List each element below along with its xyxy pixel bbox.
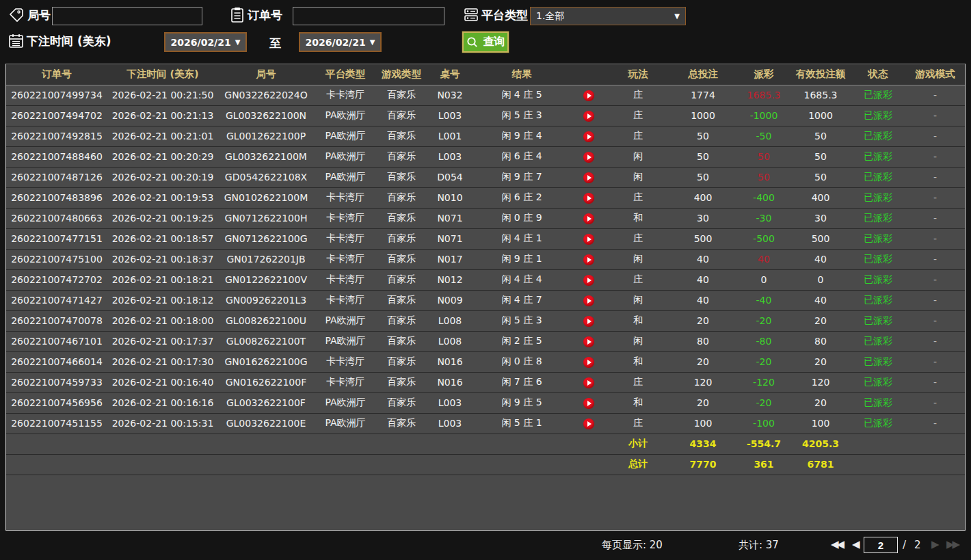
platform-cell: 卡卡湾厅 bbox=[314, 269, 377, 290]
result-cell: 闲 4 庄 7 bbox=[474, 290, 570, 310]
game-mode-cell: - bbox=[905, 269, 965, 290]
replay-button[interactable] bbox=[583, 213, 594, 224]
bet-time-cell: 2026-02-21 00:18:21 bbox=[107, 269, 218, 290]
grand-total-label: 总计 bbox=[607, 454, 669, 475]
table-row: 2602210074806632026-02-21 00:19:25GN0712… bbox=[6, 208, 965, 228]
bet-type-cell: 庄 bbox=[607, 85, 669, 105]
column-header: 平台类型 bbox=[314, 64, 377, 85]
date-from-select[interactable]: 2026/02/21 ▼ bbox=[164, 32, 247, 52]
bet-type-cell: 闲 bbox=[607, 167, 669, 187]
page-number-input[interactable] bbox=[864, 537, 898, 553]
replay-cell bbox=[570, 331, 607, 351]
total-bet-cell: 500 bbox=[669, 228, 737, 249]
payout-cell: -500 bbox=[737, 228, 790, 249]
grand-total-row: 总计 7770 361 6781 bbox=[6, 454, 965, 475]
page-separator: / bbox=[903, 539, 906, 551]
query-button[interactable]: 查询 bbox=[462, 31, 509, 53]
replay-button[interactable] bbox=[583, 398, 594, 409]
replay-button[interactable] bbox=[583, 377, 594, 388]
result-cell: 闲 0 庄 9 bbox=[474, 208, 570, 228]
order-no-cell: 260221007483896 bbox=[6, 187, 107, 208]
result-cell: 闲 9 庄 5 bbox=[474, 392, 570, 413]
table-no-cell: N032 bbox=[426, 85, 474, 105]
bet-time-cell: 2026-02-21 00:20:19 bbox=[107, 167, 218, 187]
replay-button[interactable] bbox=[583, 111, 594, 122]
status-cell: 已派彩 bbox=[851, 269, 905, 290]
order-no-cell: 260221007466014 bbox=[6, 351, 107, 372]
replay-button[interactable] bbox=[583, 275, 594, 286]
platform-cell: PA欧洲厅 bbox=[314, 392, 377, 413]
replay-button[interactable] bbox=[583, 193, 594, 204]
replay-button[interactable] bbox=[583, 90, 594, 101]
replay-button[interactable] bbox=[583, 131, 594, 142]
replay-button[interactable] bbox=[583, 172, 594, 183]
status-cell: 已派彩 bbox=[851, 228, 905, 249]
table-no-cell: L003 bbox=[426, 146, 474, 167]
status-cell: 已派彩 bbox=[851, 351, 905, 372]
first-page-button[interactable]: ◀◀ bbox=[831, 538, 842, 550]
total-bet-cell: 1774 bbox=[669, 85, 737, 105]
game-type-cell: 百家乐 bbox=[377, 146, 426, 167]
replay-button[interactable] bbox=[583, 316, 594, 327]
game-type-cell: 百家乐 bbox=[377, 126, 426, 146]
table-no-cell: N071 bbox=[426, 228, 474, 249]
platform-select[interactable]: 1.全部 ▼ bbox=[530, 7, 686, 25]
status-cell: 已派彩 bbox=[851, 372, 905, 392]
replay-cell bbox=[570, 290, 607, 310]
platform-cell: 卡卡湾厅 bbox=[314, 187, 377, 208]
order-no-cell: 260221007456956 bbox=[6, 392, 107, 413]
next-page-button[interactable]: ▶ bbox=[931, 538, 937, 550]
round-no-cell: GN0712622100G bbox=[218, 228, 314, 249]
result-cell: 闲 2 庄 5 bbox=[474, 331, 570, 351]
valid-bet-cell: 20 bbox=[790, 351, 851, 372]
game-type-cell: 百家乐 bbox=[377, 331, 426, 351]
pagination-bar: 每页显示: 20 共计: 37 ◀◀ ◀ / 2 ▶ ▶▶ bbox=[0, 531, 971, 560]
replay-button[interactable] bbox=[583, 152, 594, 163]
replay-cell bbox=[570, 85, 607, 105]
game-no-input[interactable] bbox=[52, 7, 202, 25]
round-no-cell: GL0082622100T bbox=[218, 331, 314, 351]
replay-button[interactable] bbox=[583, 234, 594, 245]
game-type-cell: 百家乐 bbox=[377, 208, 426, 228]
game-type-cell: 百家乐 bbox=[377, 249, 426, 269]
status-cell: 已派彩 bbox=[851, 392, 905, 413]
column-header: 有效投注额 bbox=[790, 64, 851, 85]
order-no-cell: 260221007475100 bbox=[6, 249, 107, 269]
replay-cell bbox=[570, 187, 607, 208]
grand-total-payout: 361 bbox=[737, 454, 790, 475]
round-no-cell: GN0322622024O bbox=[218, 85, 314, 105]
game-mode-cell: - bbox=[905, 228, 965, 249]
game-type-cell: 百家乐 bbox=[377, 167, 426, 187]
result-cell: 闲 7 庄 6 bbox=[474, 372, 570, 392]
replay-button[interactable] bbox=[583, 357, 594, 368]
replay-button[interactable] bbox=[583, 418, 594, 429]
platform-cell: PA欧洲厅 bbox=[314, 331, 377, 351]
order-no-input[interactable] bbox=[293, 7, 444, 25]
game-type-cell: 百家乐 bbox=[377, 372, 426, 392]
result-cell: 闲 0 庄 8 bbox=[474, 351, 570, 372]
bet-time-label: 下注时间 (美东) bbox=[27, 34, 111, 49]
replay-cell bbox=[570, 413, 607, 434]
round-no-cell: GN0102622100M bbox=[218, 187, 314, 208]
round-no-cell: GL0032622100M bbox=[218, 146, 314, 167]
column-header: 状态 bbox=[851, 64, 905, 85]
game-mode-cell: - bbox=[905, 351, 965, 372]
replay-cell bbox=[570, 105, 607, 126]
round-no-cell: GN0122622100V bbox=[218, 269, 314, 290]
column-header: 总投注 bbox=[669, 64, 737, 85]
replay-button[interactable] bbox=[583, 295, 594, 306]
prev-page-button[interactable]: ◀ bbox=[852, 538, 858, 550]
valid-bet-cell: 40 bbox=[790, 290, 851, 310]
table-row: 2602210074771512026-02-21 00:18:57GN0712… bbox=[6, 228, 965, 249]
bet-type-cell: 和 bbox=[607, 310, 669, 331]
date-to-select[interactable]: 2026/02/21 ▼ bbox=[299, 32, 382, 52]
column-header: 桌号 bbox=[426, 64, 474, 85]
table-no-cell: L008 bbox=[426, 331, 474, 351]
game-mode-cell: - bbox=[905, 187, 965, 208]
bet-type-cell: 和 bbox=[607, 208, 669, 228]
column-header: 派彩 bbox=[737, 64, 790, 85]
replay-button[interactable] bbox=[583, 254, 594, 265]
last-page-button[interactable]: ▶▶ bbox=[946, 538, 958, 550]
replay-cell bbox=[570, 310, 607, 331]
replay-button[interactable] bbox=[583, 336, 594, 347]
